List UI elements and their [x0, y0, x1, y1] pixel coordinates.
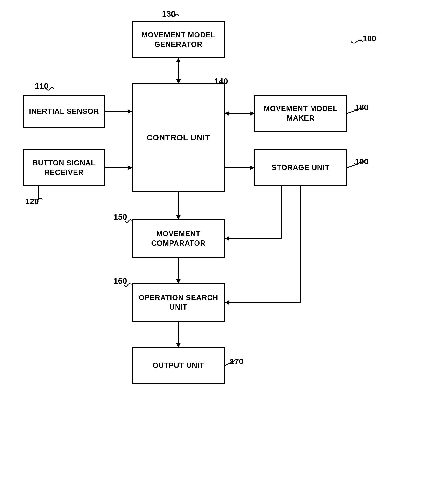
storage-unit-label: STORAGE UNIT [272, 163, 330, 172]
ref-160: 160 [114, 276, 127, 286]
ref-170: 170 [230, 357, 243, 366]
operation-search-unit-block: OPERATION SEARCHUNIT [132, 283, 225, 322]
control-unit-label: CONTROL UNIT [147, 132, 211, 143]
movement-model-maker-block: MOVEMENT MODELMAKER [254, 95, 347, 132]
ref-100: 100 [363, 34, 376, 43]
movement-model-maker-label: MOVEMENT MODELMAKER [264, 104, 338, 123]
svg-marker-20 [250, 166, 254, 170]
svg-marker-10 [176, 58, 180, 62]
operation-search-unit-label: OPERATION SEARCHUNIT [139, 293, 218, 312]
diagram: MOVEMENT MODELGENERATOR CONTROL UNIT INE… [0, 0, 423, 504]
inertial-sensor-block: INERTIAL SENSOR [23, 95, 105, 128]
svg-marker-33 [176, 343, 180, 347]
svg-marker-13 [128, 110, 132, 114]
button-signal-receiver-block: BUTTON SIGNALRECEIVER [23, 149, 105, 186]
svg-marker-22 [176, 215, 180, 219]
svg-marker-26 [225, 237, 229, 240]
ref-130: 130 [162, 9, 175, 19]
storage-unit-block: STORAGE UNIT [254, 149, 347, 186]
output-unit-label: OUTPUT UNIT [153, 361, 204, 370]
ref-190: 190 [355, 157, 369, 166]
ref-140: 140 [214, 77, 228, 86]
ref-150: 150 [114, 212, 127, 222]
movement-model-generator-label: MOVEMENT MODELGENERATOR [141, 30, 215, 49]
movement-model-generator-block: MOVEMENT MODELGENERATOR [132, 21, 225, 58]
svg-marker-29 [225, 300, 229, 305]
svg-marker-11 [176, 79, 180, 83]
output-unit-block: OUTPUT UNIT [132, 347, 225, 384]
ref-180: 180 [355, 103, 369, 112]
svg-marker-15 [128, 166, 132, 170]
button-signal-receiver-label: BUTTON SIGNALRECEIVER [33, 158, 96, 177]
ref-110: 110 [35, 81, 48, 91]
svg-marker-18 [250, 112, 254, 115]
control-unit-block: CONTROL UNIT [132, 83, 225, 192]
svg-marker-31 [176, 279, 180, 283]
movement-comparator-label: MOVEMENTCOMPARATOR [151, 229, 205, 248]
svg-marker-17 [225, 112, 229, 115]
inertial-sensor-label: INERTIAL SENSOR [29, 107, 99, 116]
movement-comparator-block: MOVEMENTCOMPARATOR [132, 219, 225, 258]
ref-120: 120 [25, 197, 39, 206]
